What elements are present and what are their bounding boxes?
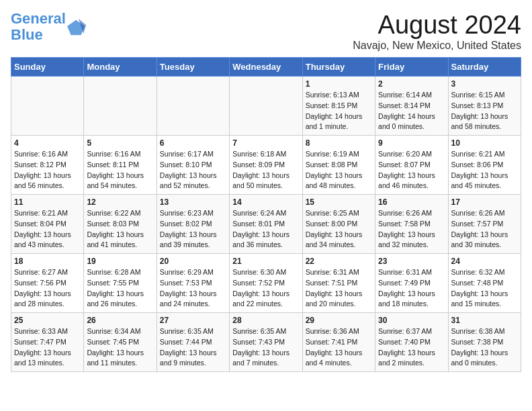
day-info: Sunrise: 6:26 AM Sunset: 7:57 PM Dayligh… — [451, 208, 518, 250]
calendar-cell: 22Sunrise: 6:31 AM Sunset: 7:51 PM Dayli… — [302, 254, 375, 313]
day-info: Sunrise: 6:21 AM Sunset: 8:06 PM Dayligh… — [451, 149, 518, 191]
day-info: Sunrise: 6:37 AM Sunset: 7:40 PM Dayligh… — [378, 326, 445, 369]
day-info: Sunrise: 6:20 AM Sunset: 8:07 PM Dayligh… — [378, 149, 445, 191]
day-number: 2 — [378, 79, 445, 89]
main-title: August 2024 — [353, 11, 521, 40]
calendar-cell: 23Sunrise: 6:31 AM Sunset: 7:49 PM Dayli… — [375, 254, 448, 313]
day-number: 14 — [232, 197, 299, 207]
day-number: 22 — [306, 257, 372, 266]
subtitle: Navajo, New Mexico, United States — [353, 40, 521, 52]
calendar-week-row: 4Sunrise: 6:16 AM Sunset: 8:12 PM Daylig… — [11, 136, 521, 195]
header-day: Saturday — [448, 58, 521, 77]
day-info: Sunrise: 6:31 AM Sunset: 7:51 PM Dayligh… — [306, 267, 372, 310]
calendar-cell: 10Sunrise: 6:21 AM Sunset: 8:06 PM Dayli… — [448, 136, 521, 195]
calendar-cell: 13Sunrise: 6:23 AM Sunset: 8:02 PM Dayli… — [157, 195, 229, 254]
calendar-cell: 7Sunrise: 6:18 AM Sunset: 8:09 PM Daylig… — [230, 136, 302, 195]
calendar-cell: 1Sunrise: 6:13 AM Sunset: 8:15 PM Daylig… — [302, 77, 375, 136]
page-header: GeneralBlue August 2024 Navajo, New Mexi… — [11, 11, 521, 52]
day-number: 25 — [14, 316, 81, 325]
calendar-cell: 19Sunrise: 6:28 AM Sunset: 7:55 PM Dayli… — [84, 254, 157, 313]
day-info: Sunrise: 6:32 AM Sunset: 7:48 PM Dayligh… — [451, 267, 518, 310]
day-number: 26 — [87, 316, 153, 325]
day-info: Sunrise: 6:29 AM Sunset: 7:53 PM Dayligh… — [160, 267, 226, 310]
calendar-cell: 2Sunrise: 6:14 AM Sunset: 8:14 PM Daylig… — [375, 77, 448, 136]
day-info: Sunrise: 6:26 AM Sunset: 7:58 PM Dayligh… — [378, 208, 445, 250]
day-info: Sunrise: 6:38 AM Sunset: 7:38 PM Dayligh… — [451, 326, 518, 369]
calendar-cell: 31Sunrise: 6:38 AM Sunset: 7:38 PM Dayli… — [448, 313, 521, 372]
day-number: 11 — [14, 197, 81, 207]
day-info: Sunrise: 6:35 AM Sunset: 7:43 PM Dayligh… — [232, 326, 299, 369]
calendar-cell: 12Sunrise: 6:22 AM Sunset: 8:03 PM Dayli… — [84, 195, 157, 254]
day-info: Sunrise: 6:18 AM Sunset: 8:09 PM Dayligh… — [232, 149, 299, 191]
calendar-cell: 6Sunrise: 6:17 AM Sunset: 8:10 PM Daylig… — [157, 136, 229, 195]
header-day: Sunday — [11, 58, 84, 77]
calendar-cell: 3Sunrise: 6:15 AM Sunset: 8:13 PM Daylig… — [448, 77, 521, 136]
day-number: 21 — [232, 257, 299, 266]
header-day: Monday — [84, 58, 157, 77]
day-number: 9 — [378, 138, 445, 148]
day-info: Sunrise: 6:21 AM Sunset: 8:04 PM Dayligh… — [14, 208, 81, 250]
calendar-cell — [230, 77, 302, 136]
title-section: August 2024 Navajo, New Mexico, United S… — [353, 11, 521, 52]
day-info: Sunrise: 6:27 AM Sunset: 7:56 PM Dayligh… — [14, 267, 81, 310]
day-info: Sunrise: 6:25 AM Sunset: 8:00 PM Dayligh… — [306, 208, 372, 250]
day-info: Sunrise: 6:36 AM Sunset: 7:41 PM Dayligh… — [306, 326, 372, 369]
calendar-body: 1Sunrise: 6:13 AM Sunset: 8:15 PM Daylig… — [11, 77, 521, 372]
day-number: 13 — [160, 197, 226, 207]
day-number: 7 — [232, 138, 299, 148]
calendar-cell: 5Sunrise: 6:16 AM Sunset: 8:11 PM Daylig… — [84, 136, 157, 195]
calendar-cell: 21Sunrise: 6:30 AM Sunset: 7:52 PM Dayli… — [230, 254, 302, 313]
logo-text: GeneralBlue — [11, 11, 66, 43]
day-number: 30 — [378, 316, 445, 325]
calendar-week-row: 1Sunrise: 6:13 AM Sunset: 8:15 PM Daylig… — [11, 77, 521, 136]
day-number: 28 — [232, 316, 299, 325]
day-info: Sunrise: 6:17 AM Sunset: 8:10 PM Dayligh… — [160, 149, 226, 191]
day-number: 23 — [378, 257, 445, 266]
day-info: Sunrise: 6:14 AM Sunset: 8:14 PM Dayligh… — [378, 90, 445, 132]
day-number: 19 — [87, 257, 153, 266]
day-number: 24 — [451, 257, 518, 266]
day-info: Sunrise: 6:16 AM Sunset: 8:11 PM Dayligh… — [87, 149, 153, 191]
day-info: Sunrise: 6:35 AM Sunset: 7:44 PM Dayligh… — [160, 326, 226, 369]
header-day: Tuesday — [157, 58, 229, 77]
day-number: 3 — [451, 79, 518, 89]
day-info: Sunrise: 6:33 AM Sunset: 7:47 PM Dayligh… — [14, 326, 81, 369]
calendar-cell: 17Sunrise: 6:26 AM Sunset: 7:57 PM Dayli… — [448, 195, 521, 254]
day-info: Sunrise: 6:15 AM Sunset: 8:13 PM Dayligh… — [451, 90, 518, 132]
day-number: 18 — [14, 257, 81, 266]
day-info: Sunrise: 6:28 AM Sunset: 7:55 PM Dayligh… — [87, 267, 153, 310]
day-info: Sunrise: 6:22 AM Sunset: 8:03 PM Dayligh… — [87, 208, 153, 250]
calendar-cell: 25Sunrise: 6:33 AM Sunset: 7:47 PM Dayli… — [11, 313, 84, 372]
day-info: Sunrise: 6:16 AM Sunset: 8:12 PM Dayligh… — [14, 149, 81, 191]
day-info: Sunrise: 6:19 AM Sunset: 8:08 PM Dayligh… — [306, 149, 372, 191]
logo-icon — [67, 17, 86, 36]
day-info: Sunrise: 6:30 AM Sunset: 7:52 PM Dayligh… — [232, 267, 299, 310]
calendar-cell: 15Sunrise: 6:25 AM Sunset: 8:00 PM Dayli… — [302, 195, 375, 254]
day-info: Sunrise: 6:13 AM Sunset: 8:15 PM Dayligh… — [306, 90, 372, 132]
day-number: 29 — [306, 316, 372, 325]
calendar-cell: 4Sunrise: 6:16 AM Sunset: 8:12 PM Daylig… — [11, 136, 84, 195]
day-info: Sunrise: 6:24 AM Sunset: 8:01 PM Dayligh… — [232, 208, 299, 250]
calendar-cell — [157, 77, 229, 136]
header-day: Friday — [375, 58, 448, 77]
day-number: 4 — [14, 138, 81, 148]
day-number: 27 — [160, 316, 226, 325]
header-day: Wednesday — [230, 58, 302, 77]
calendar-cell: 27Sunrise: 6:35 AM Sunset: 7:44 PM Dayli… — [157, 313, 229, 372]
day-info: Sunrise: 6:31 AM Sunset: 7:49 PM Dayligh… — [378, 267, 445, 310]
calendar-cell: 30Sunrise: 6:37 AM Sunset: 7:40 PM Dayli… — [375, 313, 448, 372]
calendar-week-row: 18Sunrise: 6:27 AM Sunset: 7:56 PM Dayli… — [11, 254, 521, 313]
header-day: Thursday — [302, 58, 375, 77]
calendar-cell: 16Sunrise: 6:26 AM Sunset: 7:58 PM Dayli… — [375, 195, 448, 254]
calendar-cell: 29Sunrise: 6:36 AM Sunset: 7:41 PM Dayli… — [302, 313, 375, 372]
day-number: 10 — [451, 138, 518, 148]
calendar-header: SundayMondayTuesdayWednesdayThursdayFrid… — [11, 58, 521, 77]
day-number: 15 — [306, 197, 372, 207]
day-number: 6 — [160, 138, 226, 148]
calendar-cell: 11Sunrise: 6:21 AM Sunset: 8:04 PM Dayli… — [11, 195, 84, 254]
day-number: 12 — [87, 197, 153, 207]
day-number: 20 — [160, 257, 226, 266]
calendar-cell: 24Sunrise: 6:32 AM Sunset: 7:48 PM Dayli… — [448, 254, 521, 313]
calendar-cell: 14Sunrise: 6:24 AM Sunset: 8:01 PM Dayli… — [230, 195, 302, 254]
calendar-table: SundayMondayTuesdayWednesdayThursdayFrid… — [11, 57, 521, 372]
